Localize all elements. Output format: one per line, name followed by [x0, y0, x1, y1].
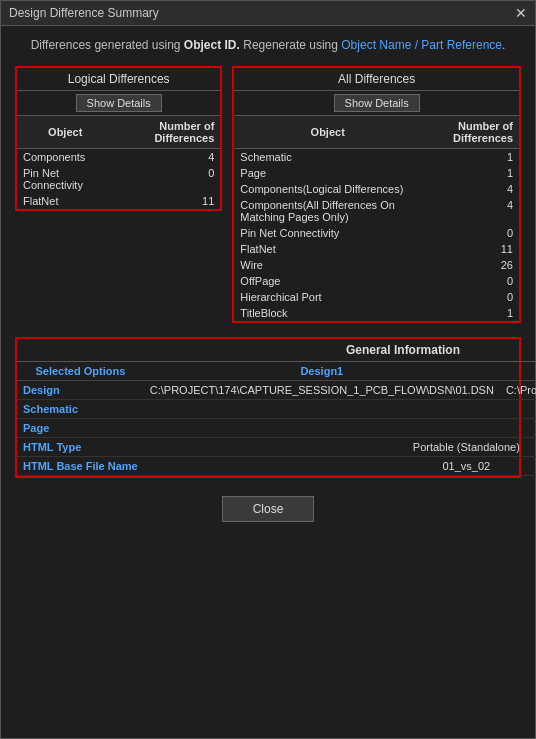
- gi-col-design1: Design1: [144, 362, 500, 381]
- window: Design Difference Summary ✕ Differences …: [0, 0, 536, 739]
- gi-row-val1: [144, 419, 500, 438]
- logical-row-count: 11: [113, 193, 220, 209]
- gi-col-selected: Selected Options: [17, 362, 144, 381]
- bottom-bar: Close: [15, 486, 521, 532]
- gi-col-design2: Design2: [500, 362, 536, 381]
- all-row-count: 0: [421, 273, 519, 289]
- all-diff-row: Schematic1: [234, 149, 519, 166]
- gi-row-label: HTML Type: [17, 438, 144, 457]
- window-title: Design Difference Summary: [9, 6, 159, 20]
- window-close-button[interactable]: ✕: [515, 6, 527, 20]
- all-row-count: 1: [421, 305, 519, 321]
- all-row-count: 0: [421, 225, 519, 241]
- all-row-count: 4: [421, 181, 519, 197]
- all-diff-row: FlatNet11: [234, 241, 519, 257]
- all-row-object: Components(Logical Differences): [234, 181, 421, 197]
- all-row-count: 1: [421, 149, 519, 166]
- gi-row: HTML Base File Name01_vs_02: [17, 457, 536, 476]
- gi-row-label: Schematic: [17, 400, 144, 419]
- general-info-header: General Information: [17, 339, 536, 362]
- gi-row: DesignC:\PROJECT\174\CAPTURE_SESSION_1_P…: [17, 381, 536, 400]
- all-row-count: 4: [421, 197, 519, 225]
- header-end: .: [502, 38, 505, 52]
- header-bold: Object ID.: [184, 38, 240, 52]
- gi-row: Schematic: [17, 400, 536, 419]
- general-info-table: General Information Selected Options Des…: [17, 339, 536, 476]
- gi-row-val2: [500, 400, 536, 419]
- window-body: Differences generated using Object ID. R…: [1, 26, 535, 738]
- logical-col-number: Number of Differences: [113, 116, 220, 149]
- all-diff-row: Page1: [234, 165, 519, 181]
- gi-row: Page: [17, 419, 536, 438]
- logical-row-count: 0: [113, 165, 220, 193]
- gi-row-val1: C:\PROJECT\174\CAPTURE_SESSION_1_PCB_FLO…: [144, 381, 500, 400]
- title-bar: Design Difference Summary ✕: [1, 1, 535, 26]
- all-row-object: Page: [234, 165, 421, 181]
- header-prefix: Differences generated using: [31, 38, 184, 52]
- all-differences-table: All Differences Show Details Object Numb…: [234, 68, 519, 321]
- header-suffix: Regenerate using: [240, 38, 341, 52]
- all-row-object: Schematic: [234, 149, 421, 166]
- all-diff-row: Wire26: [234, 257, 519, 273]
- logical-row-object: Pin Net Connectivity: [17, 165, 113, 193]
- all-row-object: TitleBlock: [234, 305, 421, 321]
- logical-row-object: FlatNet: [17, 193, 113, 209]
- gi-row-label: Design: [17, 381, 144, 400]
- logical-col-object: Object: [17, 116, 113, 149]
- logical-diff-row: Components4: [17, 149, 220, 166]
- logical-show-details-button[interactable]: Show Details: [76, 94, 162, 112]
- tables-row: Logical Differences Show Details Object …: [15, 66, 521, 323]
- regen-link[interactable]: Object Name / Part Reference: [341, 38, 502, 52]
- all-row-object: Wire: [234, 257, 421, 273]
- gi-row-val2: [500, 419, 536, 438]
- all-col-number: Number of Differences: [421, 116, 519, 149]
- all-diff-row: TitleBlock1: [234, 305, 519, 321]
- logical-row-count: 4: [113, 149, 220, 166]
- all-row-object: Components(All Differences On Matching P…: [234, 197, 421, 225]
- info-header: Differences generated using Object ID. R…: [15, 36, 521, 54]
- general-info-panel: General Information Selected Options Des…: [15, 337, 521, 478]
- close-button[interactable]: Close: [222, 496, 315, 522]
- all-row-object: FlatNet: [234, 241, 421, 257]
- all-row-count: 11: [421, 241, 519, 257]
- all-diff-row: Components(All Differences On Matching P…: [234, 197, 519, 225]
- all-diff-row: OffPage0: [234, 273, 519, 289]
- all-row-object: OffPage: [234, 273, 421, 289]
- all-row-count: 1: [421, 165, 519, 181]
- gi-row-val2: C:\Project\174\capture_session_1_pcb_flo…: [500, 381, 536, 400]
- all-diff-row: Hierarchical Port0: [234, 289, 519, 305]
- all-row-count: 0: [421, 289, 519, 305]
- gi-row-label: Page: [17, 419, 144, 438]
- all-show-details-button[interactable]: Show Details: [334, 94, 420, 112]
- gi-row-centered: Portable (Standalone): [144, 438, 536, 457]
- logical-diff-row: FlatNet11: [17, 193, 220, 209]
- logical-diff-row: Pin Net Connectivity0: [17, 165, 220, 193]
- all-differences-panel: All Differences Show Details Object Numb…: [232, 66, 521, 323]
- all-diff-row: Pin Net Connectivity0: [234, 225, 519, 241]
- logical-differences-table: Logical Differences Show Details Object …: [17, 68, 220, 209]
- logical-row-object: Components: [17, 149, 113, 166]
- all-row-count: 26: [421, 257, 519, 273]
- logical-differences-panel: Logical Differences Show Details Object …: [15, 66, 222, 211]
- all-col-object: Object: [234, 116, 421, 149]
- all-row-object: Pin Net Connectivity: [234, 225, 421, 241]
- logical-section-header: Logical Differences: [17, 68, 220, 91]
- gi-row-centered: 01_vs_02: [144, 457, 536, 476]
- all-row-object: Hierarchical Port: [234, 289, 421, 305]
- gi-row-val1: [144, 400, 500, 419]
- all-section-header: All Differences: [234, 68, 519, 91]
- gi-row-label: HTML Base File Name: [17, 457, 144, 476]
- all-diff-row: Components(Logical Differences)4: [234, 181, 519, 197]
- gi-row: HTML TypePortable (Standalone): [17, 438, 536, 457]
